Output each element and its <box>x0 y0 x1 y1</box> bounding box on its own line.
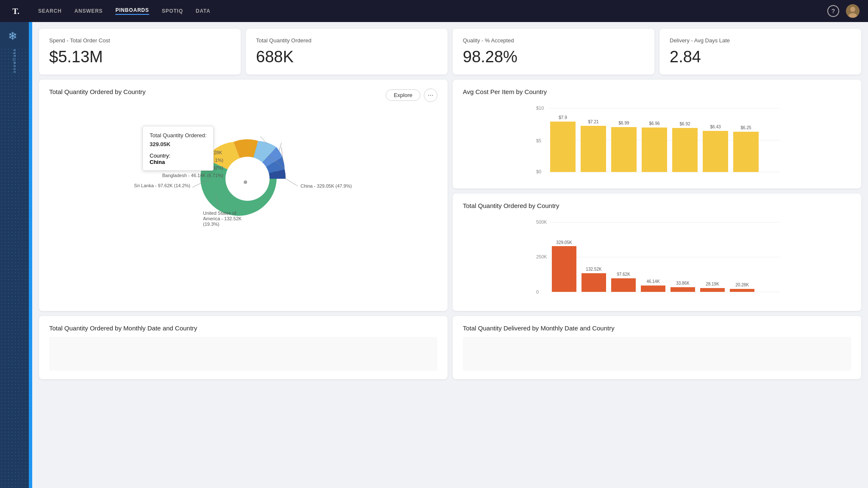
avg-cost-chart-card: Avg Cost Per Item by Country $10 $5 $0 <box>453 80 861 189</box>
bar-6.25 <box>733 132 759 172</box>
label-usa2: America - 132.52K <box>203 216 242 221</box>
label-china: China - 329.05K (47.9%) <box>300 183 352 189</box>
cursor-dot <box>244 180 247 184</box>
svg-text:T.: T. <box>12 6 19 16</box>
kpi-card-delivery: Delivery - Avg Days Late 2.84 <box>659 29 861 75</box>
qty-bar-label-bangladesh: 46.14K <box>646 279 660 284</box>
qty-bar-label-china: 329.05K <box>556 240 572 245</box>
svg-line-10 <box>286 179 298 186</box>
kpi-title-qty: Total Quantity Ordered <box>256 37 437 44</box>
avatar[interactable] <box>846 4 860 18</box>
right-charts-col: Avg Cost Per Item by Country $10 $5 $0 <box>453 80 861 311</box>
qty-bar-label-elsalvador: 33.86K <box>676 281 690 286</box>
explore-button[interactable]: Explore <box>386 89 420 101</box>
donut-header-right: Explore ··· <box>386 89 437 102</box>
bar-6.43 <box>703 131 728 172</box>
tooltip-country-value: China <box>150 159 165 165</box>
bar-6.96 <box>642 128 667 172</box>
kpi-title-spend: Spend - Total Order Cost <box>49 37 231 44</box>
donut-tooltip: Total Quantity Ordered: 329.05K Country:… <box>142 126 214 171</box>
qty-bar-label-vietnam: 28.19K <box>706 282 719 286</box>
kpi-card-quality: Quality - % Accepted 98.28% <box>453 29 654 75</box>
tooltip-country: Country: China <box>150 152 206 165</box>
bar-label-6.92: $6.92 <box>679 122 690 126</box>
nav-search[interactable]: SEARCH <box>38 8 61 14</box>
nav-data[interactable]: DATA <box>196 8 211 14</box>
qty-bar-elsalvador <box>670 287 695 292</box>
nav-links: SEARCH ANSWERS PINBOARDS SPOTIQ DATA <box>38 7 211 15</box>
kpi-card-qty: Total Quantity Ordered 688K <box>246 29 448 75</box>
kpi-value-quality: 98.28% <box>463 48 644 66</box>
donut-container: Jordan - 20.28K Vietnam - 28.19K (4.1%) … <box>49 109 437 244</box>
kpi-title-quality: Quality - % Accepted <box>463 37 644 44</box>
y-label-5: $5 <box>536 138 541 143</box>
kpi-card-spend: Spend - Total Order Cost $5.13M <box>39 29 241 75</box>
avg-cost-svg: $10 $5 $0 $7.9 $7.21 <box>463 102 851 178</box>
kpi-value-delivery: 2.84 <box>670 48 851 66</box>
donut-center <box>225 157 270 201</box>
blue-accent-bar <box>29 22 32 488</box>
help-icon[interactable]: ? <box>827 5 839 17</box>
nav-spotiq[interactable]: SPOTIQ <box>162 8 183 14</box>
svg-point-3 <box>850 7 855 12</box>
bottom-left-card: Total Quantity Ordered by Monthly Date a… <box>39 316 448 379</box>
y-250k: 250K <box>536 254 547 259</box>
bar-label-7.21: $7.21 <box>588 119 598 124</box>
logo[interactable]: T. <box>8 3 25 19</box>
y-500k: 500K <box>536 219 547 225</box>
chart-row-middle: Total Quantity Ordered by Country Explor… <box>39 80 861 311</box>
bar-label-6.96: $6.96 <box>649 121 659 126</box>
bar-6.92 <box>672 128 698 172</box>
nav-right: ? <box>827 4 860 18</box>
qty-bar-jordan <box>730 289 754 292</box>
bar-label-6.43: $6.43 <box>710 125 721 129</box>
nav-pinboards[interactable]: PINBOARDS <box>115 7 149 15</box>
qty-country-bar-title: Total Quantity Ordered by Country <box>463 202 851 209</box>
avg-cost-title: Avg Cost Per Item by Country <box>463 88 851 95</box>
label-usa: United States of <box>203 211 236 216</box>
svg-text:❄: ❄ <box>8 30 17 42</box>
left-sidebar: ❄ snowflake <box>0 22 29 488</box>
kpi-value-spend: $5.13M <box>49 48 231 66</box>
snowflake-brand-text: snowflake <box>12 48 17 73</box>
bar-7.9 <box>550 122 576 172</box>
tooltip-label1: Total Quantity Ordered: 329.05K <box>150 131 206 149</box>
bottom-right-title: Total Quantity Delivered by Monthly Date… <box>463 324 851 332</box>
bottom-row: Total Quantity Ordered by Monthly Date a… <box>39 316 861 379</box>
y-0: 0 <box>536 289 539 294</box>
kpi-value-qty: 688K <box>256 48 437 66</box>
svg-line-8 <box>279 143 281 152</box>
donut-chart-card: Total Quantity Ordered by Country Explor… <box>39 80 448 311</box>
avg-cost-chart-area: $10 $5 $0 $7.9 $7.21 <box>463 102 851 180</box>
y-label-0: $0 <box>536 169 541 174</box>
tooltip-value: 329.05K <box>150 141 170 147</box>
bottom-right-chart-placeholder <box>463 337 851 371</box>
qty-bar-vietnam <box>700 288 725 292</box>
bar-label-6.25: $6.25 <box>740 125 751 130</box>
more-options-button[interactable]: ··· <box>424 89 437 102</box>
bar-7.21 <box>581 126 606 172</box>
donut-chart-header: Total Quantity Ordered by Country Explor… <box>49 88 437 102</box>
y-label-10: $10 <box>536 105 544 111</box>
qty-bar-svg: 500K 250K 0 329.05K 132.52K <box>463 216 851 301</box>
qty-bar-china <box>552 246 576 292</box>
donut-chart-title: Total Quantity Ordered by Country <box>49 88 146 95</box>
nav-answers[interactable]: ANSWERS <box>74 8 103 14</box>
bar-label-6.99: $6.99 <box>618 121 629 125</box>
qty-bar-bangladesh <box>641 286 665 292</box>
qty-bar-label-jordan: 20.28K <box>735 283 749 287</box>
qty-bar-usa <box>581 273 606 292</box>
qty-country-bar-card: Total Quantity Ordered by Country 500K 2… <box>453 194 861 311</box>
bottom-right-card: Total Quantity Delivered by Monthly Date… <box>453 316 861 379</box>
label-srilanka: Sri Lanka - 97.62K (14.2%) <box>134 183 190 188</box>
label-bangladesh: Bangladesh - 46.14K (6.71%) <box>162 173 223 178</box>
main-content: Spend - Total Order Cost $5.13M Total Qu… <box>32 22 868 488</box>
topnav: T. SEARCH ANSWERS PINBOARDS SPOTIQ DATA … <box>0 0 868 22</box>
kpi-row: Spend - Total Order Cost $5.13M Total Qu… <box>39 29 861 75</box>
bar-label-7.9: $7.9 <box>559 115 567 120</box>
qty-bar-label-usa: 132.52K <box>586 267 602 272</box>
kpi-title-delivery: Delivery - Avg Days Late <box>670 37 851 44</box>
qty-bar-label-srilanka: 97.62K <box>617 272 630 277</box>
qty-bar-srilanka <box>611 278 636 292</box>
qty-country-bar-area: 500K 250K 0 329.05K 132.52K <box>463 216 851 302</box>
